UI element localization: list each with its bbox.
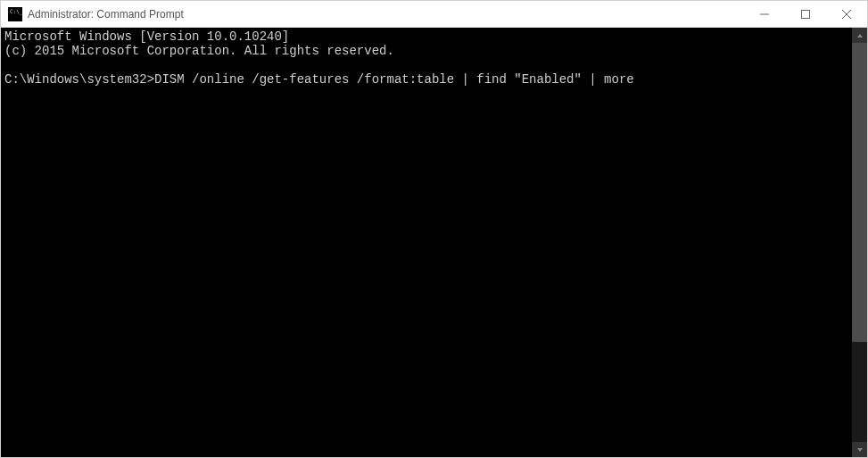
scroll-up-button[interactable]	[852, 28, 867, 43]
prompt-path: C:\Windows\system32>	[4, 72, 154, 87]
scroll-down-button[interactable]	[852, 442, 867, 457]
console-line	[4, 58, 852, 72]
svg-marker-4	[857, 34, 863, 37]
vertical-scrollbar[interactable]	[852, 28, 867, 457]
console-prompt-line: C:\Windows\system32>DISM /online /get-fe…	[4, 72, 852, 87]
scroll-thumb[interactable]	[852, 43, 867, 342]
command-prompt-window: Administrator: Command Prompt Microsoft …	[0, 0, 868, 458]
command-text: DISM /online /get-features /format:table…	[154, 72, 634, 87]
titlebar[interactable]: Administrator: Command Prompt	[1, 1, 867, 28]
window-controls	[744, 1, 867, 27]
maximize-button[interactable]	[785, 1, 826, 27]
console-line: Microsoft Windows [Version 10.0.10240]	[4, 29, 852, 44]
console-area: Microsoft Windows [Version 10.0.10240](c…	[1, 28, 867, 457]
minimize-button[interactable]	[744, 1, 785, 27]
svg-marker-5	[857, 448, 863, 452]
svg-rect-1	[802, 10, 810, 18]
close-button[interactable]	[826, 1, 867, 27]
console-line: (c) 2015 Microsoft Corporation. All righ…	[4, 44, 852, 58]
cmd-icon	[8, 7, 22, 21]
scroll-track[interactable]	[852, 43, 867, 442]
window-title: Administrator: Command Prompt	[28, 8, 744, 21]
console-output[interactable]: Microsoft Windows [Version 10.0.10240](c…	[1, 28, 852, 457]
